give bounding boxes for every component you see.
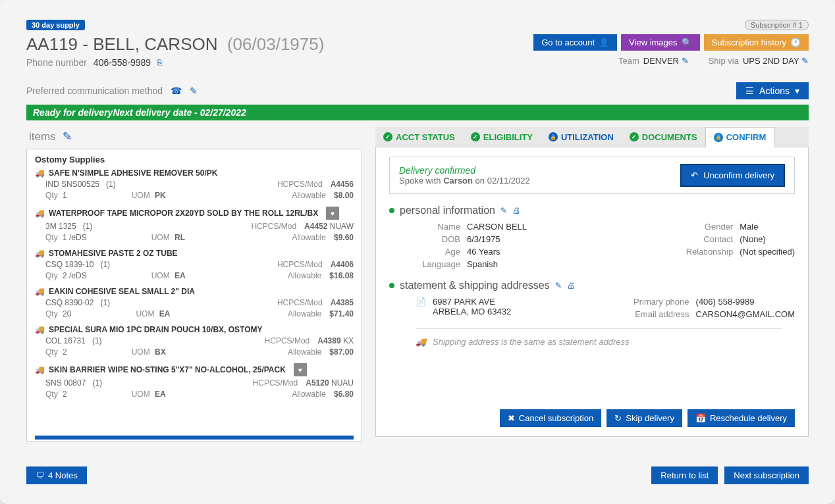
status-text: Ready for delivery: [33, 107, 113, 118]
gender-label: Gender: [675, 222, 733, 232]
hcpcs-value: A4385: [331, 298, 354, 307]
copy-icon[interactable]: ⎘: [157, 58, 162, 67]
edit-address-icon[interactable]: ✎: [555, 281, 562, 290]
confirm-box: Delivery confirmed Spoke with Carson on …: [389, 157, 795, 194]
notes-button[interactable]: 🗨4 Notes: [26, 466, 87, 484]
tab-utilization[interactable]: UTILIZATION: [541, 127, 622, 147]
primary-phone-label: Primary phone: [624, 297, 689, 307]
delivery-confirmed-msg: Delivery confirmed: [399, 165, 530, 176]
qty-value: 2: [63, 390, 67, 399]
skip-icon: ↻: [614, 413, 622, 423]
hcpcs-label: HCPCS/Mod: [277, 298, 323, 307]
hcpcs-value: A4389 KX: [317, 336, 354, 345]
hcpcs-label: HCPCS/Mod: [253, 378, 298, 388]
tabs: ACCT STATUS ELIGIBILITY UTILIZATION DOCU…: [375, 127, 809, 147]
uom-value: PK: [155, 191, 166, 200]
user-icon: 👤: [599, 38, 609, 47]
scrollbar[interactable]: [35, 436, 354, 440]
check-icon: [630, 132, 639, 141]
item-name: SKIN BARRIER WIPE NO-STING 5"X7" NO-ALCO…: [49, 365, 286, 374]
allowable-value: $9.60: [334, 233, 354, 242]
list-item: 🚚STOMAHESIVE PASTE 2 OZ TUBE CSQ 1839-10…: [35, 249, 354, 280]
item-code: COL 16731 (1): [45, 336, 102, 345]
actions-menu-button[interactable]: ☰ Actions ▾: [736, 82, 809, 99]
edit-team-icon[interactable]: ✎: [682, 56, 689, 66]
print-address-icon[interactable]: 🖨: [567, 281, 575, 290]
address-title: statement & shipping addresses: [400, 280, 550, 291]
search-icon: 🔍: [682, 38, 692, 47]
truck-icon: 🚚: [416, 337, 426, 347]
truck-icon: 🚚: [35, 168, 45, 178]
email-value: CARSON4@GMAIL.COM: [696, 309, 795, 319]
qty-value: 2 /eDS: [63, 271, 87, 280]
go-to-account-button[interactable]: Go to account 👤: [533, 34, 617, 51]
skip-delivery-button[interactable]: ↻Skip delivery: [606, 409, 682, 427]
patient-dob: (06/03/1975): [227, 34, 324, 54]
favorite-icon[interactable]: ♥: [294, 363, 307, 376]
edit-pref-icon[interactable]: ✎: [190, 86, 198, 96]
reschedule-delivery-button[interactable]: 📅Reschedule delivery: [687, 409, 795, 427]
phone-value: 406-558-9989: [94, 57, 151, 68]
check-icon: [714, 133, 723, 142]
item-name: EAKIN COHESIVE SEAL SMALL 2" DIA: [49, 287, 195, 296]
item-code: SNS 00807 (1): [45, 378, 102, 388]
uom-value: EA: [155, 390, 166, 399]
status-dot-icon: [389, 283, 394, 288]
ship-via-label: Ship via: [709, 56, 739, 66]
dob-value: 6/3/1975: [467, 234, 500, 244]
gender-value: Male: [740, 222, 758, 232]
allowable-value: $6.80: [334, 390, 354, 399]
allowable-label: Allowable: [292, 233, 326, 242]
menu-icon: ☰: [745, 86, 754, 96]
edit-items-icon[interactable]: ✎: [63, 130, 72, 143]
next-subscription-button[interactable]: Next subscription: [724, 466, 809, 484]
allowable-label: Allowable: [292, 390, 326, 399]
hcpcs-label: HCPCS/Mod: [251, 222, 296, 231]
cancel-subscription-button[interactable]: ✖Cancel subscription: [500, 409, 601, 427]
unconfirm-delivery-button[interactable]: ↶Unconfirm delivery: [680, 164, 785, 187]
allowable-label: Allowable: [288, 309, 321, 318]
tab-acct-status[interactable]: ACCT STATUS: [375, 127, 463, 147]
allowable-label: Allowable: [288, 271, 321, 280]
allowable-value: $87.00: [329, 347, 354, 357]
clock-icon: 🕐: [790, 38, 801, 47]
item-name: SAFE N'SIMPLE ADHESIVE REMOVER 50/PK: [49, 168, 217, 178]
allowable-label: Allowable: [292, 191, 326, 200]
lock-icon: [549, 132, 558, 141]
edit-personal-icon[interactable]: ✎: [500, 206, 507, 215]
uom-value: EA: [175, 271, 186, 280]
personal-info-title: personal information: [400, 205, 495, 216]
undo-icon: ↶: [691, 170, 698, 180]
team-label: Team: [618, 56, 639, 66]
item-code: IND SNS00525 (1): [45, 180, 116, 189]
contact-label: Contact: [675, 234, 733, 244]
hcpcs-value: A4452 NUAW: [304, 222, 354, 231]
name-value: CARSON BELL: [467, 222, 527, 232]
item-code: CSQ 8390-02 (1): [45, 298, 110, 307]
subscription-number-badge[interactable]: Subscription # 1: [745, 20, 809, 30]
tab-documents[interactable]: DOCUMENTS: [622, 127, 705, 147]
tab-eligibility[interactable]: ELIGIBILITY: [463, 127, 541, 147]
items-title: items: [29, 130, 56, 143]
truck-icon: 🚚: [35, 365, 45, 374]
return-to-list-button[interactable]: Return to list: [651, 466, 718, 484]
relationship-value: (Not specified): [740, 247, 795, 257]
language-label: Language: [402, 259, 460, 269]
print-personal-icon[interactable]: 🖨: [512, 206, 520, 215]
subscription-history-button[interactable]: Subscription history 🕐: [704, 34, 809, 51]
tab-confirm[interactable]: CONFIRM: [705, 127, 775, 147]
phone-icon[interactable]: ☎: [171, 86, 182, 96]
pref-comm-label: Preferred communication method: [26, 86, 163, 96]
phone-label: Phone number: [26, 57, 87, 68]
relationship-label: Relationship: [675, 247, 733, 257]
hcpcs-label: HCPCS/Mod: [277, 180, 323, 189]
patient-name: BELL, CARSON: [93, 34, 217, 54]
supply-badge: 30 day supply: [26, 20, 85, 30]
item-name: STOMAHESIVE PASTE 2 OZ TUBE: [49, 249, 178, 258]
favorite-icon[interactable]: ♥: [326, 207, 339, 220]
qty-value: 1: [63, 191, 67, 200]
edit-ship-icon[interactable]: ✎: [801, 56, 809, 66]
allowable-value: $16.08: [329, 271, 354, 280]
view-images-button[interactable]: View images 🔍: [621, 34, 699, 51]
contact-value: (None): [740, 234, 766, 244]
